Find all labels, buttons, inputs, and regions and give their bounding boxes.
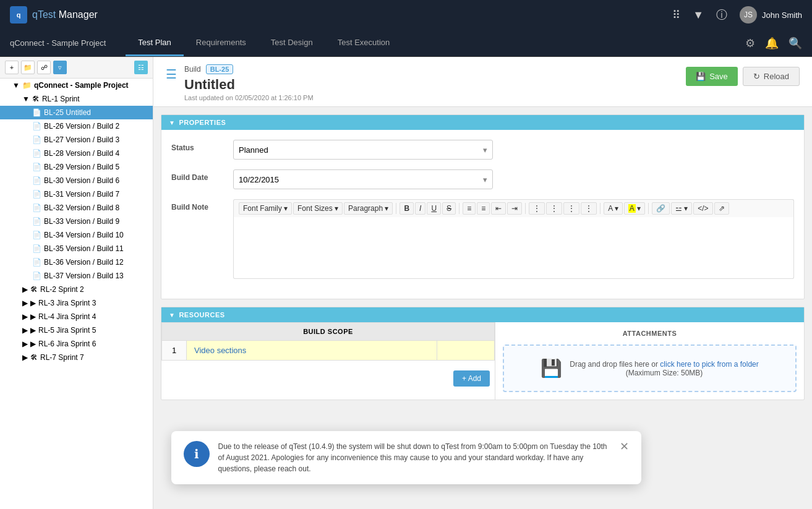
unordered-list-button[interactable]: ≡ bbox=[463, 202, 476, 215]
user-name: John Smith bbox=[762, 11, 802, 20]
rte-body[interactable] bbox=[233, 217, 794, 279]
sidebar-item-bl25[interactable]: 📄 BL-25 Untitled bbox=[0, 106, 153, 119]
font-sizes-button[interactable]: Font Sizes ▾ bbox=[293, 202, 343, 215]
indent-button[interactable]: ⇥ bbox=[507, 202, 522, 215]
expand-icon: ▶ bbox=[22, 312, 28, 321]
highlight-button[interactable]: A ▾ bbox=[624, 202, 645, 215]
underline-button[interactable]: U bbox=[427, 202, 441, 215]
status-text: Planned bbox=[239, 145, 268, 155]
user-menu[interactable]: JS John Smith bbox=[740, 6, 802, 24]
paragraph-button[interactable]: Paragraph ▾ bbox=[344, 202, 393, 215]
attachments-area-container: ATTACHMENTS 💾 Drag and drop files here o… bbox=[495, 322, 804, 400]
build-scope-header: BUILD SCOPE bbox=[162, 323, 495, 341]
help-icon[interactable]: ⓘ bbox=[716, 7, 727, 22]
open-button[interactable]: 📁 bbox=[21, 61, 35, 74]
copy-button[interactable]: ☍ bbox=[37, 61, 51, 74]
sidebar-item-bl26[interactable]: 📄 BL-26 Version / Build 2 bbox=[0, 119, 153, 133]
app-name: qTest Manager bbox=[32, 9, 98, 20]
build-title[interactable]: Untitled bbox=[184, 77, 314, 93]
reload-icon: ↻ bbox=[753, 72, 760, 81]
italic-button[interactable]: I bbox=[415, 202, 425, 215]
section-toggle-icon[interactable]: ▼ bbox=[169, 119, 175, 126]
sidebar-item-rl3[interactable]: ▶ ▶ RL-3 Jira Sprint 3 bbox=[0, 296, 153, 310]
status-select[interactable]: Planned ▾ bbox=[233, 140, 493, 160]
sidebar-item-sprint1[interactable]: ▼ 🛠 RL-1 Sprint bbox=[0, 92, 153, 106]
sidebar-item-bl27[interactable]: 📄 BL-27 Version / Build 3 bbox=[0, 133, 153, 147]
search-icon[interactable]: 🔍 bbox=[788, 36, 802, 50]
dropdown-arrow-icon: ▾ bbox=[483, 175, 487, 184]
attachments-dropzone[interactable]: 💾 Drag and drop files here or click here… bbox=[503, 344, 797, 392]
download-icon[interactable]: ▼ bbox=[693, 9, 704, 22]
sidebar-item-bl28[interactable]: 📄 BL-28 Version / Build 4 bbox=[0, 147, 153, 160]
font-color-button[interactable]: A ▾ bbox=[604, 202, 623, 215]
build-date-select[interactable]: 10/22/2015 ▾ bbox=[233, 169, 493, 189]
save-button[interactable]: 💾 Save bbox=[686, 67, 738, 86]
align-left-button[interactable]: ⋮ bbox=[529, 202, 545, 215]
expand-icon: ▶ bbox=[22, 285, 28, 294]
filter-button[interactable]: ▿ bbox=[53, 61, 67, 74]
outdent-button[interactable]: ⇤ bbox=[491, 202, 506, 215]
bold-button[interactable]: B bbox=[400, 202, 414, 215]
sidebar-item-rl2[interactable]: ▶ 🛠 RL-2 Sprint 2 bbox=[0, 283, 153, 296]
build-title-area: Build BL-25 Untitled Last updated on 02/… bbox=[184, 64, 314, 101]
section-toggle-icon[interactable]: ▼ bbox=[169, 312, 175, 319]
tab-requirements[interactable]: Requirements bbox=[184, 30, 259, 56]
sidebar-item-rl4[interactable]: ▶ ▶ RL-4 Jira Sprint 4 bbox=[0, 310, 153, 323]
notification-banner: ℹ Due to the release of qTest (10.4.9) t… bbox=[171, 431, 641, 484]
font-family-button[interactable]: Font Family ▾ bbox=[239, 202, 292, 215]
tab-test-plan[interactable]: Test Plan bbox=[126, 30, 183, 56]
dropdown-arrow-icon: ▾ bbox=[483, 145, 487, 155]
code-button[interactable]: </> bbox=[693, 202, 712, 215]
sidebar-item-rl6[interactable]: ▶ ▶ RL-6 Jira Sprint 6 bbox=[0, 337, 153, 351]
sidebar-item-label: BL-28 Version / Build 4 bbox=[44, 149, 119, 158]
tab-test-execution[interactable]: Test Execution bbox=[325, 30, 403, 56]
attachments-header: ATTACHMENTS bbox=[503, 330, 797, 337]
top-nav: q qTest Manager ⠿ ▼ ⓘ JS John Smith bbox=[0, 0, 812, 30]
notifications-icon[interactable]: 🔔 bbox=[765, 36, 779, 50]
apps-icon[interactable]: ⠿ bbox=[672, 8, 680, 22]
jira-icon: ▶ bbox=[30, 326, 36, 335]
sidebar-item-rl5[interactable]: ▶ ▶ RL-5 Jira Sprint 5 bbox=[0, 323, 153, 337]
link-button[interactable]: 🔗 bbox=[652, 202, 670, 215]
strikethrough-button[interactable]: S bbox=[442, 202, 456, 215]
expand-icon: ▶ bbox=[22, 326, 28, 335]
align-justify-button[interactable]: ⋮ bbox=[581, 202, 597, 215]
sidebar-item-bl32[interactable]: 📄 BL-32 Version / Build 8 bbox=[0, 201, 153, 215]
sidebar-item-bl34[interactable]: 📄 BL-34 Version / Build 10 bbox=[0, 228, 153, 242]
sidebar-item-label: RL-4 Jira Sprint 4 bbox=[38, 312, 96, 321]
tab-test-design[interactable]: Test Design bbox=[259, 30, 325, 56]
align-right-button[interactable]: ⋮ bbox=[563, 202, 579, 215]
sidebar-item-bl33[interactable]: 📄 BL-33 Version / Build 9 bbox=[0, 215, 153, 228]
grid-view-button[interactable]: ☷ bbox=[134, 61, 148, 74]
sidebar-item-bl36[interactable]: 📄 BL-36 Version / Build 12 bbox=[0, 255, 153, 269]
fullscreen-button[interactable]: ⇗ bbox=[714, 202, 729, 215]
add-button[interactable]: + bbox=[5, 61, 19, 74]
second-nav-right: ⚙ 🔔 🔍 bbox=[745, 36, 802, 50]
sidebar-sprint1-label: RL-1 Sprint bbox=[42, 95, 80, 103]
sidebar-item-root[interactable]: ▼ 📁 qConnect - Sample Project bbox=[0, 79, 153, 92]
align-center-button[interactable]: ⋮ bbox=[546, 202, 562, 215]
pick-folder-link[interactable]: click here to pick from a folder bbox=[660, 360, 758, 369]
notification-close-button[interactable]: ✕ bbox=[620, 440, 629, 453]
build-label-text: Build bbox=[184, 65, 201, 74]
toolbar-divider bbox=[525, 203, 526, 214]
ordered-list-button[interactable]: ≡ bbox=[477, 202, 490, 215]
scope-item-label[interactable]: Video sections bbox=[187, 341, 437, 361]
sidebar-item-bl35[interactable]: 📄 BL-35 Version / Build 11 bbox=[0, 242, 153, 255]
resources-section: ▼ RESOURCES BUILD SCOPE bbox=[161, 307, 805, 400]
table-button[interactable]: ⚍ ▾ bbox=[671, 202, 692, 215]
doc-icon: 📄 bbox=[32, 190, 41, 199]
settings-icon[interactable]: ⚙ bbox=[745, 36, 755, 50]
expand-icon: ▶ bbox=[22, 353, 28, 362]
resources-layout: BUILD SCOPE 1 Video sections bbox=[161, 322, 804, 400]
doc-icon: 📄 bbox=[32, 203, 41, 212]
sidebar-item-label: BL-35 Version / Build 11 bbox=[44, 244, 124, 253]
sidebar-item-bl37[interactable]: 📄 BL-37 Version / Build 13 bbox=[0, 269, 153, 283]
sidebar-item-bl31[interactable]: 📄 BL-31 Version / Build 7 bbox=[0, 187, 153, 201]
doc-icon: 📄 bbox=[32, 176, 41, 185]
sidebar-item-bl30[interactable]: 📄 BL-30 Version / Build 6 bbox=[0, 174, 153, 187]
reload-button[interactable]: ↻ Reload bbox=[743, 67, 800, 86]
add-scope-button[interactable]: + Add bbox=[453, 370, 490, 387]
sidebar-item-bl29[interactable]: 📄 BL-29 Version / Build 5 bbox=[0, 160, 153, 174]
sidebar-item-rl7[interactable]: ▶ 🛠 RL-7 Sprint 7 bbox=[0, 351, 153, 364]
